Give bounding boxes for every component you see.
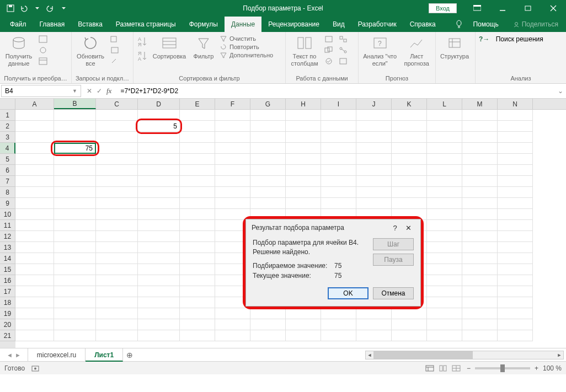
cell-I9[interactable] (321, 198, 356, 209)
cell-L11[interactable] (427, 220, 462, 231)
cell-F19[interactable] (215, 308, 250, 319)
cell-M14[interactable] (462, 253, 498, 264)
cell-F9[interactable] (215, 198, 250, 209)
cell-A4[interactable] (15, 143, 54, 154)
cell-E10[interactable] (180, 209, 215, 220)
cell-G5[interactable] (250, 154, 286, 165)
cell-I4[interactable] (321, 143, 356, 154)
ok-button[interactable]: OK (328, 287, 369, 299)
cell-G3[interactable] (250, 132, 286, 143)
cell-N17[interactable] (498, 286, 533, 297)
zoom-level[interactable]: 100 % (543, 364, 562, 372)
sheet-next-icon[interactable]: ► (15, 352, 21, 358)
cell-N8[interactable] (498, 187, 533, 198)
cell-N9[interactable] (498, 198, 533, 209)
col-header-M[interactable]: M (462, 99, 498, 109)
tell-me-label[interactable]: Помощь (466, 20, 505, 28)
sheet-tab-1[interactable]: Лист1 (86, 348, 123, 362)
outline-button[interactable]: Структура (439, 34, 470, 60)
cell-C3[interactable] (96, 132, 138, 143)
col-header-F[interactable]: F (215, 99, 250, 109)
cell-B20[interactable] (54, 319, 96, 330)
normal-view-icon[interactable] (424, 363, 436, 373)
col-header-A[interactable]: A (15, 99, 54, 109)
cell-K21[interactable] (392, 330, 427, 341)
cell-M1[interactable] (462, 110, 498, 121)
sort-desc-icon[interactable]: ЯA (137, 49, 148, 63)
redo-icon[interactable] (44, 2, 56, 14)
cell-M12[interactable] (462, 231, 498, 242)
cell-N4[interactable] (498, 143, 533, 154)
cell-J3[interactable] (356, 132, 392, 143)
cell-M15[interactable] (462, 264, 498, 275)
tab-данные[interactable]: Данные (225, 17, 261, 32)
cell-L20[interactable] (427, 319, 462, 330)
row-header-19[interactable]: 19 (0, 308, 15, 319)
cell-I20[interactable] (321, 319, 356, 330)
cell-N20[interactable] (498, 319, 533, 330)
cell-L4[interactable] (427, 143, 462, 154)
cell-F2[interactable] (215, 121, 250, 132)
cell-M19[interactable] (462, 308, 498, 319)
cell-A16[interactable] (15, 275, 54, 286)
cell-E13[interactable] (180, 242, 215, 253)
row-header-21[interactable]: 21 (0, 330, 15, 341)
cell-J19[interactable] (356, 308, 392, 319)
cell-E17[interactable] (180, 286, 215, 297)
sign-in-button[interactable]: Вход (429, 3, 457, 13)
cell-K3[interactable] (392, 132, 427, 143)
cell-L16[interactable] (427, 275, 462, 286)
cell-C17[interactable] (96, 286, 138, 297)
cell-N21[interactable] (498, 330, 533, 341)
cell-H2[interactable] (286, 121, 321, 132)
col-header-B[interactable]: B (54, 99, 96, 109)
cell-L2[interactable] (427, 121, 462, 132)
solver-button[interactable]: ?→ Поиск решения (479, 34, 543, 43)
cell-A18[interactable] (15, 297, 54, 308)
cell-J21[interactable] (356, 330, 392, 341)
cell-E11[interactable] (180, 220, 215, 231)
formula-input[interactable] (117, 87, 555, 95)
cell-C10[interactable] (96, 209, 138, 220)
col-header-K[interactable]: K (392, 99, 427, 109)
cell-M9[interactable] (462, 198, 498, 209)
cell-E5[interactable] (180, 154, 215, 165)
filter-button[interactable]: Фильтр (191, 34, 216, 60)
cell-C19[interactable] (96, 308, 138, 319)
from-text-icon[interactable] (38, 34, 49, 44)
cell-C15[interactable] (96, 264, 138, 275)
cell-A5[interactable] (15, 154, 54, 165)
cell-M4[interactable] (462, 143, 498, 154)
cell-B3[interactable] (54, 132, 96, 143)
new-sheet-button[interactable]: ⊕ (123, 350, 136, 360)
cell-K8[interactable] (392, 187, 427, 198)
cell-E4[interactable] (180, 143, 215, 154)
cell-D8[interactable] (138, 187, 180, 198)
cell-B18[interactable] (54, 297, 96, 308)
cell-G19[interactable] (250, 308, 286, 319)
cell-J1[interactable] (356, 110, 392, 121)
cell-N10[interactable] (498, 209, 533, 220)
cell-A14[interactable] (15, 253, 54, 264)
cell-B14[interactable] (54, 253, 96, 264)
cell-C13[interactable] (96, 242, 138, 253)
cell-D12[interactable] (138, 231, 180, 242)
cell-L6[interactable] (427, 165, 462, 176)
cell-H7[interactable] (286, 176, 321, 187)
cell-L17[interactable] (427, 286, 462, 297)
tab-справка[interactable]: Справка (403, 17, 442, 32)
row-header-5[interactable]: 5 (0, 154, 15, 165)
cell-E18[interactable] (180, 297, 215, 308)
advanced-filter-button[interactable]: Дополнительно (220, 52, 273, 58)
scroll-right-icon[interactable]: ► (556, 351, 563, 359)
cell-I19[interactable] (321, 308, 356, 319)
cell-A17[interactable] (15, 286, 54, 297)
col-header-I[interactable]: I (321, 99, 356, 109)
cell-N15[interactable] (498, 264, 533, 275)
cell-B7[interactable] (54, 176, 96, 187)
cell-N2[interactable] (498, 121, 533, 132)
macro-record-icon[interactable] (31, 364, 39, 372)
cell-B1[interactable] (54, 110, 96, 121)
cell-F7[interactable] (215, 176, 250, 187)
row-header-16[interactable]: 16 (0, 275, 15, 286)
